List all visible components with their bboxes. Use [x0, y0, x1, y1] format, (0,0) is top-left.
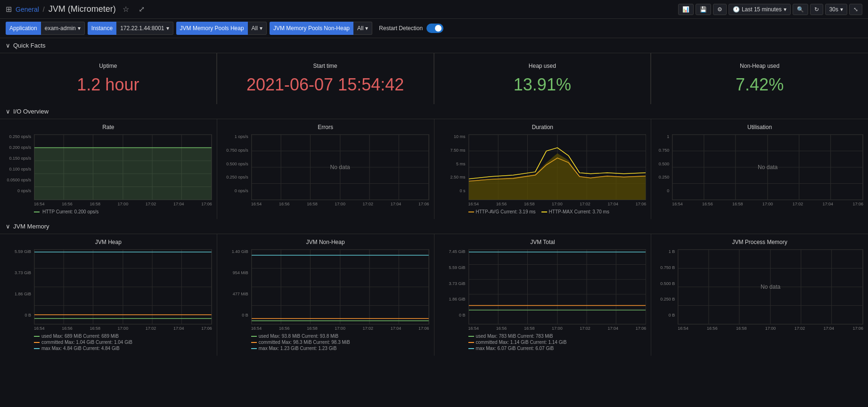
dur-y3: 7.50 ms	[440, 148, 466, 153]
total-y3: 5.59 GiB	[440, 265, 466, 270]
breadcrumb-general[interactable]: General	[16, 6, 39, 13]
heap-y0: 0 B	[6, 313, 31, 317]
nonheap-y2: 954 MiB	[223, 270, 248, 275]
util-y3: 0.750	[657, 148, 669, 153]
utilisation-title: Utilisation	[656, 124, 863, 130]
proc-y1: 0.250 B	[657, 297, 675, 301]
jvm-memory-header[interactable]: ∨ JVM Memory	[0, 219, 868, 234]
starttime-title: Start time	[313, 63, 337, 69]
share-button[interactable]: ⤢	[136, 3, 147, 16]
err-y4: 1 ops/s	[223, 134, 248, 139]
jvm-total-panel: JVM Total 7.45 GiB 5.59 GiB 3.73 GiB 1.8…	[434, 234, 651, 356]
application-label: Application	[6, 22, 41, 35]
restart-detection-toggle[interactable]: Restart Detection	[375, 24, 447, 33]
chevron-down-icon5: ▾	[260, 25, 262, 32]
errors-panel: Errors 1 ops/s 0.750 ops/s 0.500 ops/s 0…	[217, 119, 434, 219]
page-title: JVM (Micrometer)	[49, 4, 116, 14]
jvm-memory-row: JVM Heap 5.59 GiB 3.73 GiB 1.86 GiB 0 B	[0, 234, 868, 356]
util-x0: 16:54	[672, 202, 683, 206]
rate-y3: 0.150 ops/s	[6, 156, 31, 161]
err-y3: 0.750 ops/s	[223, 148, 248, 153]
dur-x5: 17:04	[608, 202, 619, 206]
collapse-icon2: ∨	[6, 108, 10, 115]
restart-detection-label: Restart Detection	[379, 25, 423, 32]
chevron-down-icon6: ▾	[365, 25, 368, 32]
breadcrumb-area: ⊞ General / JVM (Micrometer) ☆ ⤢	[6, 3, 147, 16]
heap-y1: 1.86 GiB	[6, 292, 31, 296]
nonheapused-title: Non-Heap used	[740, 63, 779, 69]
collapse-icon3: ∨	[6, 223, 10, 230]
rate-y5: 0.250 ops/s	[6, 134, 31, 139]
util-no-data: No data	[758, 164, 778, 171]
err-x3: 17:00	[335, 202, 345, 206]
rate-title: Rate	[5, 124, 212, 130]
dur-x2: 16:58	[524, 202, 535, 206]
jvm-process-title: JVM Process Memory	[656, 239, 863, 245]
rate-x0: 16:54	[34, 202, 45, 206]
jvm-nonheap-title: JVM Non-Heap	[222, 239, 429, 245]
io-overview-title: I/O Overview	[13, 108, 49, 115]
refresh-button[interactable]: ↻	[810, 4, 823, 15]
rate-y1: 0.0500 ops/s	[6, 178, 31, 182]
star-button[interactable]: ☆	[120, 3, 132, 16]
dur-x1: 16:56	[496, 202, 507, 206]
collapse-icon: ∨	[6, 42, 10, 49]
duration-title: Duration	[439, 124, 647, 130]
chevron-down-icon: ▾	[784, 6, 786, 13]
util-y2: 0.500	[657, 162, 669, 166]
total-y4: 7.45 GiB	[440, 249, 466, 254]
total-y2: 3.73 GiB	[440, 281, 466, 286]
zoom-out-button[interactable]: 🔍	[793, 4, 808, 15]
toggle-slider	[426, 24, 443, 33]
nonheap-filter: JVM Memory Pools Non-Heap All ▾	[270, 22, 372, 35]
heap-dropdown[interactable]: All ▾	[248, 22, 267, 35]
expand-button[interactable]: ⤡	[849, 4, 862, 15]
rate-x6: 17:06	[201, 202, 212, 206]
nonheap-y0: 0 B	[223, 313, 248, 317]
chart-type-button[interactable]: 📊	[678, 4, 694, 15]
refresh-interval-button[interactable]: 30s ▾	[825, 4, 847, 15]
err-x6: 17:06	[418, 202, 429, 206]
settings-button[interactable]: ⚙	[713, 4, 727, 15]
clock-icon: 🕐	[733, 6, 740, 13]
dur-x6: 17:06	[636, 202, 647, 206]
dur-y0: 0 s	[440, 188, 466, 193]
util-x1: 16:56	[702, 202, 713, 206]
total-y0: 0 B	[440, 313, 466, 317]
rate-x4: 17:02	[146, 202, 156, 206]
breadcrumb-separator: /	[43, 6, 45, 13]
grid-icon: ⊞	[6, 5, 12, 14]
errors-title: Errors	[222, 124, 429, 130]
time-range-button[interactable]: 🕐 Last 15 minutes ▾	[729, 4, 791, 15]
jvm-process-panel: JVM Process Memory 1 B 0.750 B 0.500 B 0…	[651, 234, 868, 356]
rate-x2: 16:58	[90, 202, 100, 206]
util-x4: 17:02	[793, 202, 803, 206]
refresh-interval-label: 30s	[829, 6, 838, 13]
instance-dropdown[interactable]: 172.22.1.44:8001 ▾	[116, 22, 173, 35]
rate-panel: Rate 0.250 ops/s 0.200 ops/s 0.150 ops/s…	[0, 119, 217, 219]
nonheap-y1: 477 MiB	[223, 292, 248, 296]
top-bar-controls: 📊 💾 ⚙ 🕐 Last 15 minutes ▾ 🔍 ↻ 30s ▾ ⤡	[678, 4, 862, 15]
jvm-heap-legend: used Max: 689 MiB Current: 689 MiB commi…	[34, 334, 212, 351]
rate-x1: 16:56	[62, 202, 73, 206]
nonheapused-panel: Non-Heap used 7.42%	[651, 53, 868, 104]
heapused-value: 13.91%	[514, 75, 571, 95]
util-x5: 17:04	[823, 202, 834, 206]
dur-y2: 5 ms	[440, 162, 466, 166]
proc-y0: 0 B	[657, 313, 675, 317]
save-button[interactable]: 💾	[696, 4, 711, 15]
restart-toggle-switch[interactable]	[426, 24, 443, 33]
top-bar: ⊞ General / JVM (Micrometer) ☆ ⤢ 📊 💾 ⚙ 🕐…	[0, 0, 868, 19]
application-dropdown[interactable]: exam-admin ▾	[41, 22, 85, 35]
io-overview-header[interactable]: ∨ I/O Overview	[0, 104, 868, 119]
err-x0: 16:54	[251, 202, 262, 206]
quick-facts-title: Quick Facts	[13, 42, 46, 49]
chevron-down-icon3: ▾	[78, 25, 81, 32]
instance-filter: Instance 172.22.1.44:8001 ▾	[88, 22, 173, 35]
err-y2: 0.500 ops/s	[223, 162, 248, 166]
dur-x0: 16:54	[468, 202, 479, 206]
heapused-title: Heap used	[529, 63, 556, 69]
nonheap-dropdown[interactable]: All ▾	[353, 22, 372, 35]
quick-facts-header[interactable]: ∨ Quick Facts	[0, 38, 868, 53]
jvm-heap-title: JVM Heap	[5, 239, 212, 245]
